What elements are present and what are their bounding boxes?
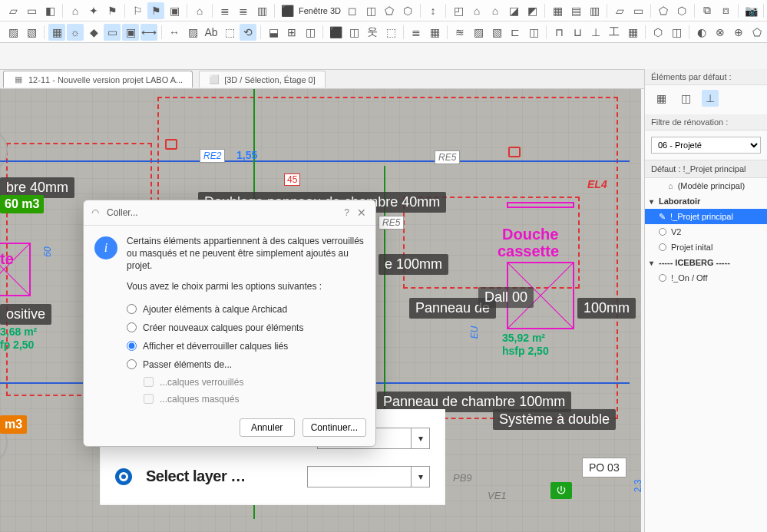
tool-generic-icon[interactable]: ▤ <box>567 2 584 19</box>
option-unlock-layers[interactable]: Afficher et déverrouiller calques liés <box>127 337 365 355</box>
help-icon[interactable]: ? <box>344 207 349 218</box>
tool-generic-icon[interactable]: ✦ <box>85 2 102 19</box>
option-projet-principal[interactable]: ✎ !_Projet principal <box>645 209 767 224</box>
tool-ruler-icon[interactable]: ⟷ <box>141 24 157 41</box>
sub-hidden-layers[interactable]: ...calques masqués <box>127 391 365 408</box>
tool-generic-icon[interactable]: ▥ <box>253 2 270 19</box>
radio-input[interactable] <box>127 322 137 332</box>
tool-copy-icon[interactable]: ⧉ <box>699 2 716 19</box>
tool-generic-icon[interactable]: ⊗ <box>712 24 729 41</box>
wall-default-icon[interactable]: ▦ <box>653 90 669 107</box>
chevron-down-icon[interactable]: ▾ <box>411 428 429 448</box>
tool-generic-icon[interactable]: ◰ <box>450 2 467 19</box>
radio-input[interactable] <box>127 341 137 351</box>
tool-flag-icon[interactable]: ⚐ <box>129 2 146 19</box>
tool-generic-icon[interactable]: ◫ <box>525 24 542 41</box>
close-icon[interactable]: ✕ <box>355 207 368 219</box>
tool-hatch-icon[interactable]: ▧ <box>488 24 505 41</box>
tool-generic-icon[interactable]: ⬠ <box>655 2 672 19</box>
tool-generic-icon[interactable]: ◪ <box>505 2 522 19</box>
tool-generic-icon[interactable]: ◧ <box>41 2 58 19</box>
tab-3d[interactable]: ⬜ [3D / Sélection, Étage 0] <box>199 71 326 88</box>
tool-generic-icon[interactable]: ⊕ <box>730 24 747 41</box>
tool-generic-icon[interactable]: ⬡ <box>650 24 666 41</box>
tool-column-icon[interactable]: ⊥ <box>587 24 604 41</box>
tool-crop-icon[interactable]: ⬚ <box>221 24 238 41</box>
tool-arrow-icon[interactable]: ↕ <box>425 2 441 19</box>
tool-grid-icon[interactable]: ▦ <box>426 24 443 41</box>
tool-persp-icon[interactable]: ⬡ <box>399 2 416 19</box>
tool-flag-active-icon[interactable]: ⚑ <box>147 2 164 19</box>
checkbox-input[interactable] <box>144 394 154 404</box>
chevron-down-icon[interactable]: ▾ <box>411 467 429 487</box>
tool-person-icon[interactable]: 웃 <box>364 24 381 41</box>
tool-generic-icon[interactable]: ▱ <box>611 2 628 19</box>
tool-sun-icon[interactable]: ☼ <box>67 24 84 41</box>
tool-layer-icon[interactable]: ≣ <box>235 2 252 19</box>
tool-generic-icon[interactable]: ▱ <box>5 2 21 19</box>
tool-generic-icon[interactable]: ◐ <box>693 24 710 41</box>
tool-home-icon[interactable]: ⌂ <box>191 2 208 19</box>
layer-combo[interactable]: ▾ <box>307 466 430 487</box>
tool-cube-icon[interactable]: ◫ <box>345 24 362 41</box>
tool-grid-icon[interactable]: ▦ <box>624 24 641 41</box>
checkbox-input[interactable] <box>144 377 154 387</box>
tool-text-icon[interactable]: Ab <box>203 24 220 41</box>
tool-stack-icon[interactable]: ≋ <box>451 24 468 41</box>
tool-layer-icon[interactable]: ≣ <box>408 24 425 41</box>
option-on-off[interactable]: !_On / Off <box>645 270 767 286</box>
tool-generic-icon[interactable]: ⊔ <box>569 24 586 41</box>
tool-hatch-icon[interactable]: ▨ <box>184 24 201 41</box>
tool-generic-icon[interactable]: ◩ <box>524 2 541 19</box>
tool-generic-icon[interactable]: ▭ <box>23 2 40 19</box>
continue-button[interactable]: Continuer... <box>303 418 366 437</box>
group-lab[interactable]: ▾ Laboratoir <box>645 193 767 209</box>
tool-hatch-icon[interactable]: ▨ <box>5 24 21 41</box>
tool-cube-icon[interactable]: ⬛ <box>327 24 344 41</box>
tool-window-icon[interactable]: ⊞ <box>283 24 300 41</box>
tool-beam-icon[interactable]: 工 <box>606 24 623 41</box>
tool-hatch-icon[interactable]: ▧ <box>23 24 40 41</box>
tool-generic-icon[interactable]: ◫ <box>668 24 685 41</box>
combo-field[interactable] <box>308 467 411 487</box>
radio-input[interactable] <box>127 359 137 369</box>
renovation-filter-select[interactable]: 06 - Projeté <box>651 137 761 154</box>
cancel-button[interactable]: Annuler <box>240 418 295 437</box>
column-default-icon[interactable]: ⊥ <box>702 90 719 107</box>
tool-axo-icon[interactable]: ⬠ <box>381 2 398 19</box>
model-principal-row[interactable]: ⌂ (Modèle principal) <box>645 178 767 193</box>
tool-cube-icon[interactable]: ◫ <box>362 2 379 19</box>
tool-generic-icon[interactable]: ⌂ <box>67 2 84 19</box>
tool-generic-icon[interactable]: ⚑ <box>104 2 121 19</box>
tool-layer-icon[interactable]: ≣ <box>217 2 233 19</box>
tool-wall-icon[interactable]: ⊏ <box>507 24 524 41</box>
tool-generic-icon[interactable]: ⊓ <box>550 24 567 41</box>
tool-generic-icon[interactable]: ⌂ <box>468 2 485 19</box>
tool-camera-icon[interactable]: 📷 <box>742 2 759 19</box>
tool-generic-icon[interactable]: ▣ <box>166 2 183 19</box>
option-skip-elements[interactable]: Passer éléments de... <box>127 355 365 374</box>
tool-select-icon[interactable]: ▭ <box>104 24 121 41</box>
tool-hatch-icon[interactable]: ▨ <box>470 24 487 41</box>
tool-generic-icon[interactable]: ⧈ <box>717 2 734 19</box>
option-projet-inital[interactable]: Projet inital <box>645 240 767 255</box>
slab-default-icon[interactable]: ◫ <box>677 90 694 107</box>
option-v2[interactable]: V2 <box>645 224 767 240</box>
tool-generic-icon[interactable]: ⬚ <box>382 24 399 41</box>
sub-locked-layers[interactable]: ...calques verrouillés <box>127 374 365 391</box>
tab-plan[interactable]: ▦ 12-11 - Nouvelle version projet LABO A… <box>3 71 193 88</box>
option-add-to-layer[interactable]: Ajouter éléments à calque Archicad <box>127 300 365 319</box>
tool-generic-icon[interactable]: ⌂ <box>487 2 504 19</box>
tool-hatch-active-icon[interactable]: ▦ <box>48 24 65 41</box>
tool-generic-icon[interactable]: ◆ <box>85 24 102 41</box>
tool-generic-icon[interactable]: ⬠ <box>749 24 765 41</box>
tool-cube-icon[interactable]: ◻ <box>344 2 361 19</box>
tool-select-icon[interactable]: ▣ <box>122 24 139 41</box>
group-iceberg[interactable]: ▾ ----- ICEBERG ----- <box>645 255 767 270</box>
tool-rotate-icon[interactable]: ⟲ <box>240 24 256 41</box>
tool-generic-icon[interactable]: ▭ <box>630 2 646 19</box>
tool-generic-icon[interactable]: ▥ <box>586 2 603 19</box>
radio-input[interactable] <box>127 304 137 314</box>
option-create-layers[interactable]: Créer nouveaux calques pour éléments <box>127 319 365 337</box>
tool-generic-icon[interactable]: ▦ <box>549 2 566 19</box>
